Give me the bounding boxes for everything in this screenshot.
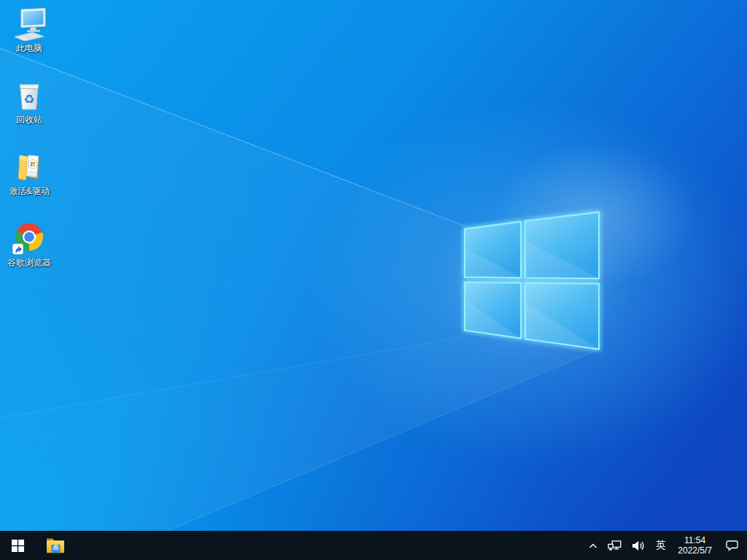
screen: 此电脑 ♻ 回收站 (0, 0, 747, 560)
open-folder-icon (12, 150, 46, 184)
recycle-bin-icon: ♻ (12, 79, 46, 112)
taskbar-file-explorer-button[interactable] (38, 531, 73, 560)
input-language-indicator[interactable]: 英 (650, 531, 672, 560)
desktop-icon-this-pc[interactable]: 此电脑 (1, 7, 58, 53)
start-button[interactable] (0, 531, 35, 560)
desktop-icon-google-chrome[interactable]: 谷歌浏览器 (1, 222, 58, 268)
windows-logo-icon (12, 540, 24, 552)
taskbar-clock[interactable]: 11:54 2022/5/7 (671, 531, 719, 560)
action-center-icon (725, 540, 739, 552)
chevron-up-icon (589, 542, 597, 549)
taskbar: 英 11:54 2022/5/7 (0, 531, 747, 560)
chrome-icon (12, 222, 46, 255)
file-explorer-icon (46, 537, 65, 553)
computer-icon (12, 7, 46, 41)
svg-text:♻: ♻ (23, 92, 34, 106)
desktop-icon-label: 谷歌浏览器 (7, 257, 51, 268)
desktop-icon-activation-drivers[interactable]: 激活&驱动 (1, 150, 58, 196)
desktop-icon-label: 激活&驱动 (9, 186, 50, 196)
clock-date: 2022/5/7 (678, 545, 712, 556)
wallpaper-image (0, 0, 747, 531)
desktop-icon-label: 此电脑 (16, 43, 42, 53)
clock-time: 11:54 (684, 535, 705, 545)
desktop-icon-label: 回收站 (16, 114, 42, 125)
desktop-icon-recycle-bin[interactable]: ♻ 回收站 (1, 79, 58, 125)
network-status-button[interactable] (603, 531, 627, 560)
shortcut-arrow-badge (13, 244, 23, 254)
network-icon (608, 540, 622, 551)
speaker-icon (632, 540, 645, 551)
system-tray: 英 11:54 2022/5/7 (584, 531, 747, 560)
show-hidden-icons-button[interactable] (584, 531, 603, 560)
volume-button[interactable] (627, 531, 650, 560)
desktop[interactable]: 此电脑 ♻ 回收站 (0, 0, 747, 531)
action-center-button[interactable] (719, 531, 747, 560)
